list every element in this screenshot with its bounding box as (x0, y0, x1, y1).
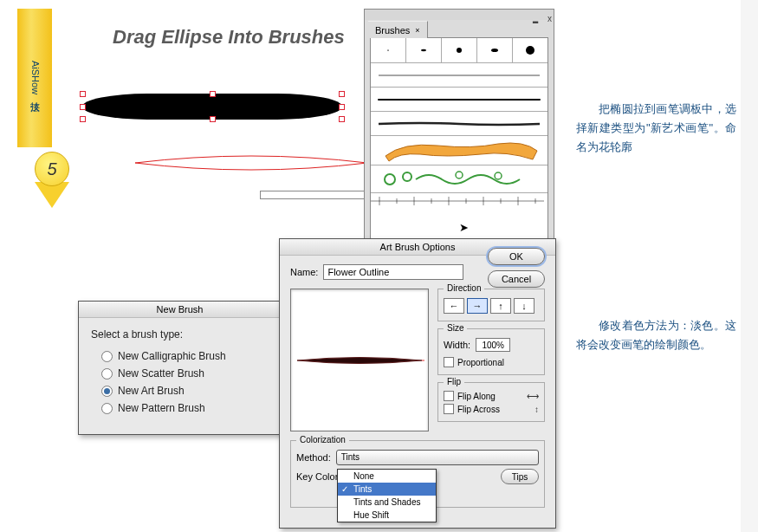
page-title: Drag Ellipse Into Brushes (113, 26, 345, 49)
brush-preview (290, 289, 429, 431)
cursor-icon: ➤ (459, 221, 469, 234)
flip-across-icon: ↕ (534, 405, 539, 414)
tab-close-icon[interactable]: × (415, 26, 419, 35)
dropdown-item-tints-shades[interactable]: Tints and Shades (338, 496, 436, 509)
canvas-area (82, 87, 360, 208)
method-select[interactable]: Tints (336, 450, 539, 465)
brushes-panel: ▂ x Brushes× ➤ ▦ ✕ ✎ ▣ 🗑 (364, 9, 554, 276)
minimize-icon[interactable]: ▂ (533, 16, 539, 23)
brush-thumb[interactable] (371, 88, 547, 112)
brush-type-label: Select a brush type: (91, 328, 269, 341)
svg-point-2 (457, 48, 462, 53)
colorization-group: Colorization Method: Tints Key Color: ✎ … (290, 440, 545, 508)
tips-button[interactable]: Tips (501, 469, 539, 484)
svg-point-3 (491, 49, 498, 52)
tab-brushes[interactable]: Brushes× (368, 21, 428, 38)
dialog-title: New Brush (79, 302, 281, 318)
size-group: Size Width: Proportional (437, 328, 545, 375)
brush-thumb[interactable] (406, 38, 442, 62)
flip-group: Flip Flip Along⟷ Flip Across↕ (437, 382, 545, 422)
brush-list[interactable]: ➤ (370, 37, 548, 255)
direction-down[interactable]: ↓ (514, 298, 534, 314)
brush-thumb[interactable] (442, 38, 477, 62)
brush-thumb[interactable] (513, 38, 547, 62)
flip-along-checkbox[interactable] (444, 391, 454, 401)
radio-calligraphic[interactable]: New Calligraphic Brush (91, 347, 269, 365)
name-field[interactable] (323, 264, 463, 280)
ok-button[interactable]: OK (488, 248, 545, 265)
svg-point-4 (526, 46, 534, 55)
direction-up[interactable]: ↑ (490, 298, 511, 314)
flip-across-checkbox[interactable] (444, 404, 454, 414)
svg-point-0 (387, 50, 389, 51)
direction-left[interactable]: ← (444, 298, 464, 314)
dropdown-item-hue-shift[interactable]: Hue Shift (338, 509, 436, 522)
brush-thumb[interactable] (371, 193, 547, 211)
brush-thumb[interactable] (371, 112, 547, 136)
svg-point-7 (403, 172, 411, 181)
drag-outline (134, 154, 368, 172)
art-brush-dialog: Art Brush Options OK Cancel Name: Direct… (279, 238, 556, 529)
svg-point-1 (421, 49, 426, 51)
direction-right[interactable]: → (467, 298, 488, 314)
panel-header[interactable]: ▂ x (365, 10, 554, 20)
selected-ellipse[interactable] (82, 94, 342, 120)
brush-thumb[interactable] (371, 165, 547, 193)
svg-point-9 (495, 172, 502, 179)
svg-point-6 (385, 174, 395, 185)
dropdown-item-tints[interactable]: Tints (338, 483, 436, 496)
brush-thumb[interactable] (477, 38, 513, 62)
close-icon[interactable]: x (547, 14, 552, 23)
brush-thumb[interactable] (371, 136, 547, 165)
brush-thumb[interactable] (371, 38, 406, 62)
radio-art[interactable]: New Art Brush (91, 382, 269, 399)
step-ribbon: AiSHow技法 5 (17, 9, 52, 199)
cancel-button[interactable]: Cancel (488, 270, 545, 288)
width-label: Width: (444, 340, 470, 350)
radio-pattern[interactable]: New Pattern Brush (91, 399, 269, 417)
brush-thumb[interactable] (371, 63, 547, 88)
ribbon-label: AiSHow技法 (17, 9, 52, 147)
svg-point-8 (456, 172, 463, 178)
radio-scatter[interactable]: New Scatter Brush (91, 365, 269, 382)
step-number: 5 (35, 152, 69, 186)
flip-along-icon: ⟷ (527, 392, 539, 401)
instruction-text-2: 修改着色方法为：淡色。这将会改变画笔的绘制颜色。 (576, 316, 736, 354)
new-brush-dialog: New Brush Select a brush type: New Calli… (78, 301, 282, 435)
key-color-label: Key Color: (296, 471, 340, 482)
dropdown-item-none[interactable]: None (338, 470, 436, 483)
direction-group: Direction ← → ↑ ↓ (437, 289, 545, 321)
name-label: Name: (290, 267, 318, 277)
method-label: Method: (296, 452, 331, 463)
instruction-text-1: 把椭圆拉到画笔调板中，选择新建类型为"新艺术画笔"。命名为花轮廓 (576, 100, 736, 157)
width-field[interactable] (476, 338, 510, 352)
method-dropdown: None Tints Tints and Shades Hue Shift (337, 469, 437, 522)
proportional-checkbox[interactable] (444, 357, 454, 367)
